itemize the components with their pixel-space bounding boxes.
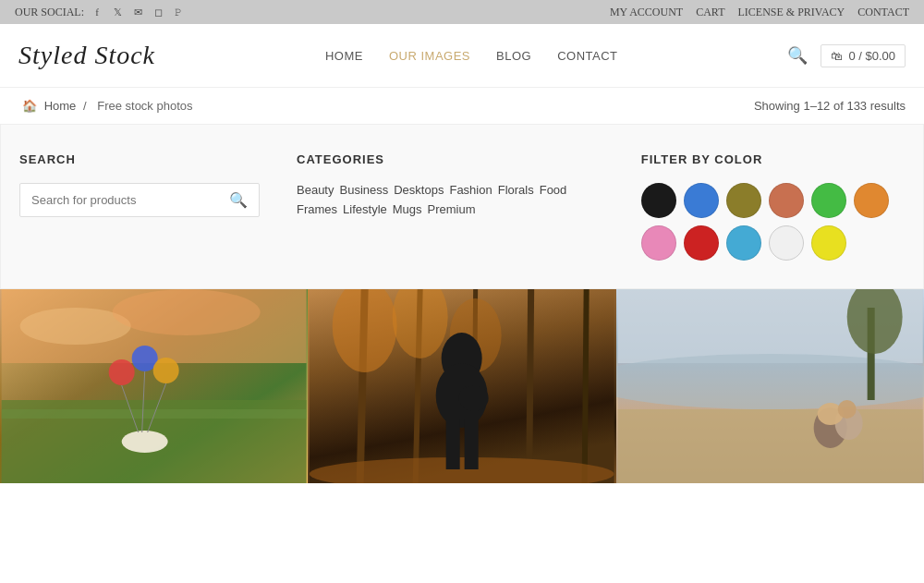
category-business[interactable]: Business <box>339 183 388 197</box>
top-bar: OUR SOCIAL: f 𝕏 ✉ ◻ 𝙿 MY ACCOUNT CART LI… <box>0 0 924 24</box>
nav-contact[interactable]: CONTACT <box>557 49 617 63</box>
social-section: OUR SOCIAL: f 𝕏 ✉ ◻ 𝙿 <box>15 5 186 19</box>
svg-point-25 <box>459 385 489 411</box>
svg-point-6 <box>122 431 168 453</box>
product-card-3[interactable] <box>616 289 924 483</box>
svg-point-37 <box>837 400 856 419</box>
search-input[interactable] <box>31 193 229 207</box>
svg-rect-31 <box>617 409 922 483</box>
color-white[interactable] <box>769 225 804 261</box>
my-account-link[interactable]: MY ACCOUNT <box>610 6 683 19</box>
category-frames[interactable]: Frames <box>297 202 337 216</box>
contact-link-top[interactable]: CONTACT <box>857 6 909 19</box>
product-grid <box>0 289 924 483</box>
category-florals[interactable]: Florals <box>498 183 534 197</box>
email-icon[interactable]: ✉ <box>130 5 145 19</box>
color-orange[interactable] <box>854 183 889 218</box>
search-submit-icon: 🔍 <box>229 192 248 208</box>
results-count: Showing 1–12 of 133 results <box>754 99 906 113</box>
social-icons: f 𝕏 ✉ ◻ 𝙿 <box>90 5 186 19</box>
pinterest-icon[interactable]: 𝙿 <box>171 5 186 19</box>
filter-area: SEARCH 🔍 CATEGORIES Beauty Business Desk… <box>0 124 924 289</box>
svg-point-30 <box>616 354 924 409</box>
color-row-2 <box>641 225 905 261</box>
category-beauty[interactable]: Beauty <box>297 183 334 197</box>
breadcrumb-bar: 🏠 Home / Free stock photos Showing 1–12 … <box>0 88 924 124</box>
site-header: Styled Stock HOME OUR IMAGES BLOG CONTAC… <box>0 24 924 88</box>
product-image-1 <box>0 289 308 483</box>
color-olive[interactable] <box>726 183 761 218</box>
color-yellow[interactable] <box>811 225 846 261</box>
color-blue[interactable] <box>684 183 719 218</box>
main-navigation: HOME OUR IMAGES BLOG CONTACT <box>325 49 618 63</box>
home-icon: 🏠 <box>22 99 37 113</box>
top-nav: MY ACCOUNT CART LICENSE & PRIVACY CONTAC… <box>610 6 909 19</box>
header-actions: 🔍 🛍 0 / $0.00 <box>787 44 906 67</box>
svg-rect-26 <box>446 419 460 469</box>
search-submit-button[interactable]: 🔍 <box>229 191 248 209</box>
category-food[interactable]: Food <box>540 183 567 197</box>
product-card-1[interactable] <box>0 289 308 483</box>
category-premium[interactable]: Premium <box>428 202 476 216</box>
categories-title: CATEGORIES <box>297 152 604 166</box>
category-desktops[interactable]: Desktops <box>394 183 444 197</box>
cart-link-top[interactable]: CART <box>696 6 724 19</box>
site-logo[interactable]: Styled Stock <box>18 41 155 70</box>
product-image-3 <box>616 289 924 483</box>
category-mugs[interactable]: Mugs <box>393 202 422 216</box>
license-privacy-link[interactable]: LICENSE & PRIVACY <box>737 6 845 19</box>
svg-point-7 <box>109 359 135 385</box>
color-filter-section: FILTER BY COLOR <box>641 152 905 261</box>
category-fashion[interactable]: Fashion <box>449 183 492 197</box>
color-swatches <box>641 183 905 261</box>
svg-point-3 <box>113 289 261 335</box>
categories-section: CATEGORIES Beauty Business Desktops Fash… <box>297 152 604 261</box>
instagram-icon[interactable]: ◻ <box>151 5 165 19</box>
breadcrumb-home[interactable]: Home <box>44 99 77 113</box>
category-lifestyle[interactable]: Lifestyle <box>343 202 387 216</box>
color-green[interactable] <box>811 183 846 218</box>
nav-our-images[interactable]: OUR IMAGES <box>389 49 470 63</box>
color-filter-title: FILTER BY COLOR <box>641 152 905 166</box>
cart-bag-icon: 🛍 <box>831 49 843 63</box>
breadcrumb-current: Free stock photos <box>97 99 192 113</box>
color-pink[interactable] <box>641 225 676 261</box>
breadcrumb-separator: / <box>83 99 87 113</box>
svg-line-18 <box>585 289 587 483</box>
color-light-blue[interactable] <box>726 225 761 261</box>
nav-blog[interactable]: BLOG <box>496 49 531 63</box>
twitter-icon[interactable]: 𝕏 <box>110 5 125 19</box>
svg-point-9 <box>153 358 179 383</box>
social-label: OUR SOCIAL: <box>15 6 84 19</box>
svg-rect-5 <box>2 409 307 419</box>
color-black[interactable] <box>641 183 676 218</box>
product-image-2 <box>308 289 615 483</box>
svg-line-17 <box>529 289 531 483</box>
nav-home[interactable]: HOME <box>325 49 363 63</box>
color-terracotta[interactable] <box>769 183 804 218</box>
facebook-icon[interactable]: f <box>90 5 104 19</box>
product-card-2[interactable] <box>308 289 615 483</box>
color-row-1 <box>641 183 905 218</box>
search-title: SEARCH <box>19 152 260 166</box>
cart-button[interactable]: 🛍 0 / $0.00 <box>821 44 906 67</box>
cart-count-price: 0 / $0.00 <box>848 49 895 63</box>
color-red[interactable] <box>684 225 719 261</box>
header-search-button[interactable]: 🔍 <box>787 45 808 66</box>
category-tags: Beauty Business Desktops Fashion Florals… <box>297 183 604 216</box>
search-section: SEARCH 🔍 <box>19 152 260 261</box>
breadcrumb: 🏠 Home / Free stock photos <box>18 99 197 113</box>
svg-rect-27 <box>465 419 479 469</box>
search-box: 🔍 <box>19 183 260 217</box>
